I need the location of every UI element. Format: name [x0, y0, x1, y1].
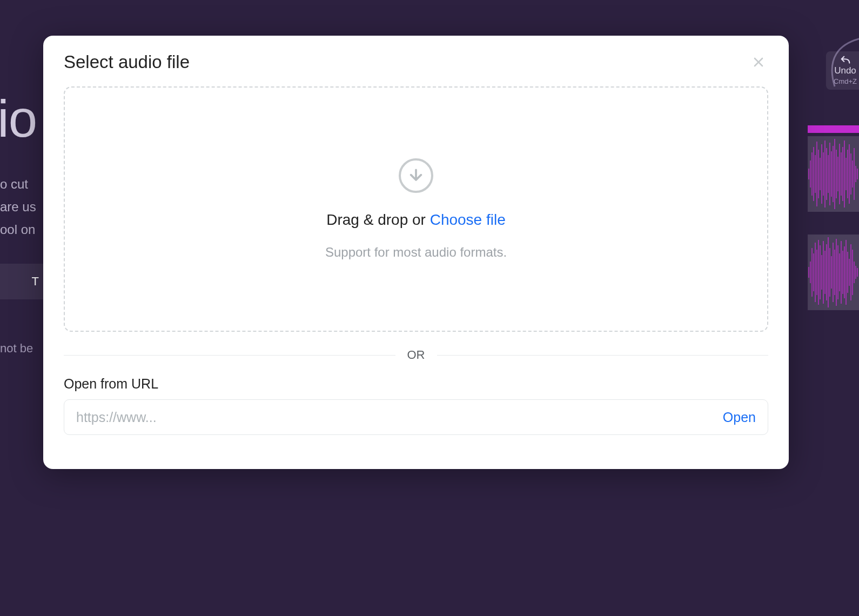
url-section-label: Open from URL — [64, 376, 768, 392]
divider-line — [437, 355, 769, 356]
dropzone-subtext: Support for most audio formats. — [325, 245, 507, 260]
undo-icon — [840, 56, 851, 65]
choose-file-link[interactable]: Choose file — [430, 211, 506, 228]
file-dropzone[interactable]: Drag & drop or Choose file Support for m… — [64, 86, 768, 332]
divider: OR — [64, 348, 768, 362]
dropzone-text: Drag & drop or — [326, 211, 430, 228]
undo-button[interactable]: Undo Cmd+Z — [826, 51, 859, 90]
undo-toolbar: Undo Cmd+Z — [826, 51, 859, 90]
bg-button-fragment: T — [0, 264, 45, 299]
close-icon — [752, 56, 765, 69]
waveform-track — [808, 235, 859, 310]
dropzone-main-text: Drag & drop or Choose file — [326, 211, 506, 229]
waveform-preview-area — [808, 125, 859, 314]
undo-shortcut: Cmd+Z — [834, 77, 857, 85]
select-audio-modal: Select audio file Drag & drop or Choose … — [43, 36, 789, 469]
bg-desc-line: are us — [0, 196, 36, 218]
track-accent-bar — [808, 125, 859, 133]
url-input-row: Open — [64, 399, 768, 435]
url-input[interactable] — [76, 410, 714, 425]
bg-description: o cut are us ool on — [0, 173, 36, 241]
modal-title: Select audio file — [64, 52, 190, 72]
undo-label: Undo — [834, 65, 856, 76]
close-button[interactable] — [749, 52, 768, 72]
open-url-button[interactable]: Open — [714, 410, 756, 425]
bg-desc-line: ool on — [0, 218, 36, 241]
bg-desc-line: o cut — [0, 173, 36, 196]
bg-note-fragment: not be — [0, 342, 33, 356]
download-arrow-icon — [399, 158, 433, 193]
divider-label: OR — [395, 348, 437, 362]
modal-header: Select audio file — [64, 52, 768, 72]
bg-title-fragment: lio — [0, 89, 37, 149]
divider-line — [64, 355, 395, 356]
waveform-track — [808, 136, 859, 212]
